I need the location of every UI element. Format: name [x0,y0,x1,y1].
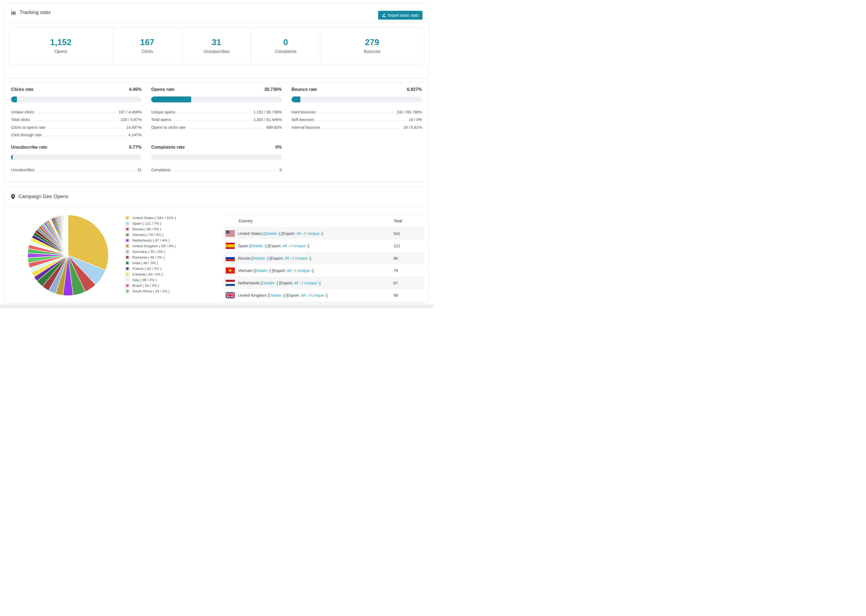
legend-swatch [125,227,129,231]
export-unique-link[interactable]: Unique › [295,256,310,261]
export-unique-link[interactable]: Unique › [304,281,320,285]
tracking-stats-card: Tracking stats Export basic stats 1,152 … [4,3,429,79]
legend-item-france: France ( 42 / 2% ) [125,266,213,272]
pie-legend: United States ( 541 / 31% ) Spain ( 121 … [125,215,224,294]
country-name: Vietnam [Details ›] [Export: All › / Uni… [238,268,313,273]
rate-row-total-opens: Total opens2,303 / 61.446% [151,114,282,122]
export-unique-link[interactable]: Unique › [297,268,313,273]
rate-value: 30.736% [265,87,282,92]
stat-value: 0 [283,38,288,47]
export-icon [382,13,386,17]
campaign-geo-opens-card: Campaign Geo Opens United States ( 541 /… [4,187,429,303]
rate-row-internal-bounces: Internal bounces19 / 6.81% [291,122,422,130]
rate-row-opens-to-clicks-rate: Opens to clicks rate689.82% [151,122,282,130]
details-link[interactable]: Details › [262,281,277,285]
export-all-link[interactable]: All › [287,268,294,273]
dashboard-page: Tracking stats Export basic stats 1,152 … [0,0,433,303]
stat-value: 167 [140,38,154,47]
stat-value: 31 [212,38,221,47]
dotted-leader [188,128,264,129]
page-bottom-band [0,305,433,308]
export-basic-stats-button[interactable]: Export basic stats [378,11,422,20]
export-all-link[interactable]: All › [294,281,301,285]
export-all-link[interactable]: All › [296,231,303,236]
legend-swatch [125,255,129,259]
clicks-rate-progressbar [11,96,142,102]
flag-gb-icon [226,292,235,298]
rate-block-unsubscribe-rate: Unsubscribe rate 0.77% Unsubscribes31 [11,145,142,172]
legend-swatch [125,289,129,293]
legend-swatch [125,278,129,282]
rates-grid: Clicks rate 4.46% Unique clicks167 / 4.4… [11,87,422,172]
export-all-link[interactable]: All › [282,244,290,248]
rate-value: 6.927% [407,87,422,92]
rate-title: Clicks rate [11,87,33,92]
legend-item-canada: Canada ( 40 / 2% ) [125,272,213,277]
rate-row-total-clicks: Total clicks220 / 5.87% [11,114,142,122]
country-name: Russia [Details ›] [Export: All › / Uniq… [238,256,311,261]
bounce-rate-progressbar [291,96,422,102]
rate-row-unique-clicks: Unique clicks167 / 4.456% [11,107,142,114]
table-row-united-kingdom: United Kingdom [Details ›] [Export: All … [224,289,424,301]
stat-value: 1,152 [50,38,72,47]
legend-swatch [125,267,129,271]
summary-stat-opens: 1,152 Opens [9,27,113,64]
legend-item-italy: Italy ( 36 / 2% ) [125,277,213,283]
export-all-link[interactable]: All › [285,256,291,261]
summary-stat-bounces: 279 Bounces [320,27,424,64]
stat-label: Unsubscribes [203,49,230,54]
export-all-link[interactable]: All › [301,293,308,297]
dotted-leader [173,171,277,171]
flag-us-icon [226,230,235,237]
table-row-russia: Russia [Details ›] [Export: All › / Uniq… [224,252,424,264]
legend-item-germany: Germany ( 55 / 3% ) [125,249,213,255]
rate-block-bounce-rate: Bounce rate 6.927% Hard bounces242 / 86.… [291,87,422,137]
country-name: Spain [Details ›] [Export: All › / Uniqu… [238,244,309,248]
unsubscribe-rate-progressbar [11,154,142,160]
details-link[interactable]: Details › [255,268,270,273]
details-link[interactable]: Details › [251,244,265,248]
stat-label: Opens [55,49,67,54]
export-unique-link[interactable]: Unique › [307,231,322,236]
geo-title: Campaign Geo Opens [19,194,68,200]
dotted-leader [317,120,406,121]
total-column-header: Total [394,214,424,227]
legend-item-south-africa: South Africa ( 29 / 2% ) [125,288,213,294]
country-total: 541 [394,227,424,239]
export-unique-link[interactable]: Unique › [311,293,326,297]
country-total: 67 [394,277,424,289]
rate-value: 4.46% [129,87,142,92]
country-name: United States [Details ›] [Export: All ›… [238,231,323,236]
geo-header: Campaign Geo Opens [5,187,428,206]
details-link[interactable]: Details › [265,231,279,236]
rate-title: Complaints rate [151,145,185,150]
table-row-united-states: United States [Details ›] [Export: All ›… [224,227,424,239]
summary-stat-complaints: 0 Complaints [251,27,320,64]
table-row-vietnam: Vietnam [Details ›] [Export: All › / Uni… [224,264,424,277]
legend-item-vietnam: Vietnam ( 79 / 5% ) [125,232,213,237]
dotted-leader [44,136,126,136]
summary-stat-unsubscribes: 31 Unsubscribes [182,27,251,64]
legend-swatch [125,250,129,254]
bar-chart-icon [11,10,16,15]
rate-row-complaints: Complaints0 [151,164,282,172]
geo-pie-chart [11,214,125,297]
geo-opens-table: Country Total United States [Details ›] … [224,214,424,303]
page-title: Tracking stats [20,10,51,15]
dotted-leader [38,171,134,171]
legend-item-netherlands: Netherlands ( 67 / 4% ) [125,237,213,243]
legend-item-united-states: United States ( 541 / 31% ) [125,215,213,221]
export-unique-link[interactable]: Unique › [293,244,308,248]
stat-label: Bounces [364,49,381,54]
rate-row-unsubscribes: Unsubscribes31 [11,164,142,172]
legend-swatch [125,222,129,225]
rate-row-soft-bounces: Soft bounces18 / 0% [291,114,422,122]
country-total: 59 [394,289,424,301]
rate-row-hard-bounces: Hard bounces242 / 86.738% [291,107,422,114]
details-link[interactable]: Details › [269,293,284,297]
rate-title: Opens rate [151,87,174,92]
details-link[interactable]: Details › [252,256,267,261]
summary-stats-row: 1,152 Opens167 Clicks31 Unsubscribes0 Co… [9,27,424,64]
legend-item-united-kingdom: United Kingdom ( 59 / 3% ) [125,243,213,249]
country-total: 86 [394,252,424,264]
